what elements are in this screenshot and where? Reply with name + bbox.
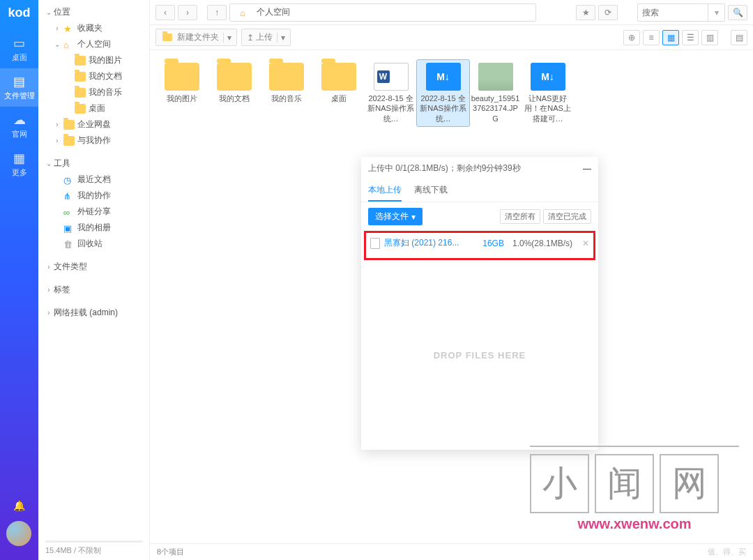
select-file-button[interactable]: 选择文件▾ [368,208,423,225]
upload-button[interactable]: ↥上传▾ [241,29,291,46]
tree-label: 文件类型 [54,261,87,273]
nav-files[interactable]: ▤文件管理 [0,68,38,107]
up-button[interactable]: ↑ [207,5,227,20]
status-right: 值、得、买 [708,547,746,557]
album-icon: ▣ [63,223,75,233]
nav-more[interactable]: ▦更多 [0,145,38,183]
tree-netmount[interactable]: ›网络挂载 (admin) [38,305,149,321]
forward-button[interactable]: › [178,5,197,20]
folder-icon [321,63,356,91]
file-item[interactable]: 我的图片 [155,60,208,126]
nav-site[interactable]: ☁官网 [0,107,38,145]
tree-link[interactable]: ∞外链分享 [38,204,149,220]
cloud-icon: ☁ [0,112,38,128]
tree-recent[interactable]: ◷最近文档 [38,172,149,188]
storage-text: 15.4MB / 不限制 [45,546,101,554]
star-button[interactable]: ★ [576,5,595,20]
file-name: 2022-8-15 全新NAS操作系统… [418,93,468,123]
tab-local-upload[interactable]: 本地上传 [368,180,402,202]
tree-trash[interactable]: 🗑回收站 [38,236,149,252]
md-icon: M↓ [531,63,565,91]
clock-icon: ◷ [63,175,75,185]
back-button[interactable]: ‹ [155,5,175,20]
tree-child[interactable]: 我的图片 [38,52,149,68]
file-name: 让NAS更好用！在NAS上搭建可… [523,93,572,123]
minimize-button[interactable]: — [583,164,591,174]
left-nav: kod ▭桌面 ▤文件管理 ☁官网 ▦更多 🔔 [0,0,38,560]
file-name: 我的图片 [157,93,206,103]
clear-done-button[interactable]: 清空已完成 [543,209,591,224]
chevron-right-icon: › [44,263,54,271]
tree-enterprise[interactable]: ›企业网盘 [38,116,149,133]
refresh-button[interactable]: ⟳ [598,5,618,20]
panel-button[interactable]: ▤ [731,30,747,45]
tree-personal[interactable]: ⌄⌂个人空间 [38,36,149,52]
tree-child[interactable]: 桌面 [38,100,149,116]
tree-filetype[interactable]: ›文件类型 [38,259,149,275]
tree-tags[interactable]: ›标签 [38,282,149,298]
file-item[interactable]: M↓2022-8-15 全新NAS操作系统… [417,60,469,126]
upload-icon: ↥ [247,33,254,43]
tree-label: 网络挂载 (admin) [54,307,118,319]
tab-offline-download[interactable]: 离线下载 [414,180,448,202]
tree-label: 位置 [54,6,70,18]
tree-label: 最近文档 [77,174,111,186]
tree-label: 工具 [54,158,70,169]
topbar: ‹ › ↑ ⌂个人空间 ★ ⟳ ▾ 🔍 [150,0,753,25]
nav-label: 更多 [12,168,27,176]
breadcrumb-label: 个人空间 [257,6,290,18]
file-item[interactable]: beauty_1595137623174.JPG [469,60,522,126]
folder-icon [75,104,86,114]
drop-zone[interactable]: DROP FILES HERE [361,260,598,450]
folder-icon [75,88,86,98]
upload-row[interactable]: 黑寡妇 (2021) 216... 16GB 1.0%(28.1MB/s) ✕ [370,237,589,249]
breadcrumb[interactable]: ⌂个人空间 [229,3,536,22]
avatar[interactable] [6,521,31,546]
search-input[interactable] [638,8,708,17]
upload-tabs: 本地上传 离线下载 [361,180,598,202]
file-item[interactable]: M↓让NAS更好用！在NAS上搭建可… [522,60,574,126]
chevron-down-icon[interactable]: ▾ [708,3,724,22]
bell-icon[interactable]: 🔔 [0,500,38,511]
new-folder-button[interactable]: 新建文件夹▾ [155,29,237,46]
share-icon: ⋔ [63,191,75,201]
star-icon: ★ [63,24,75,33]
tree-location[interactable]: ⌄位置 [38,4,149,20]
folder-icon [162,33,172,41]
tree-child[interactable]: 我的文档 [38,68,149,84]
folder-icon [217,63,252,91]
status-bar: 8个项目 值、得、买 [150,543,753,560]
column-view-button[interactable]: ▥ [701,30,718,45]
upload-title: 上传中 0/1(28.1MB/s)；剩余约9分钟39秒 [368,162,521,174]
tree-label: 收藏夹 [77,22,102,34]
search-button[interactable]: 🔍 [728,5,747,20]
nav-label: 桌面 [12,53,27,61]
list-view-button[interactable]: ☰ [682,30,699,45]
tree-label: 个人空间 [77,38,111,50]
tree-child[interactable]: 我的音乐 [38,84,149,100]
tree-label: 回收站 [77,238,102,250]
sort-button[interactable]: ≡ [643,30,660,45]
file-name: beauty_1595137623174.JPG [471,93,520,123]
clear-all-button[interactable]: 清空所有 [500,209,540,224]
tree-album[interactable]: ▣我的相册 [38,220,149,236]
nav-label: 官网 [12,130,27,138]
zoom-button[interactable]: ⊕ [623,30,640,45]
tree-mycollab[interactable]: ⋔我的协作 [38,188,149,204]
file-item[interactable]: 桌面 [312,60,365,126]
chevron-down-icon: ▾ [223,33,231,43]
monitor-icon: ▭ [0,36,38,51]
folder-icon [75,72,86,82]
trash-icon: 🗑 [63,239,75,249]
nav-desktop[interactable]: ▭桌面 [0,30,38,68]
tree-tools[interactable]: ⌄工具 [38,156,149,172]
file-item[interactable]: 我的文档 [208,60,260,126]
docx-icon [374,63,409,91]
file-item[interactable]: 2022-8-15 全新NAS操作系统… [365,60,417,126]
tree-label: 桌面 [89,103,105,114]
tree-collab[interactable]: ›与我协作 [38,133,149,149]
file-item[interactable]: 我的音乐 [260,60,312,126]
tree-favorites[interactable]: ›★收藏夹 [38,20,149,36]
icon-view-button[interactable]: ▦ [662,30,679,45]
cancel-upload-button[interactable]: ✕ [582,239,589,248]
